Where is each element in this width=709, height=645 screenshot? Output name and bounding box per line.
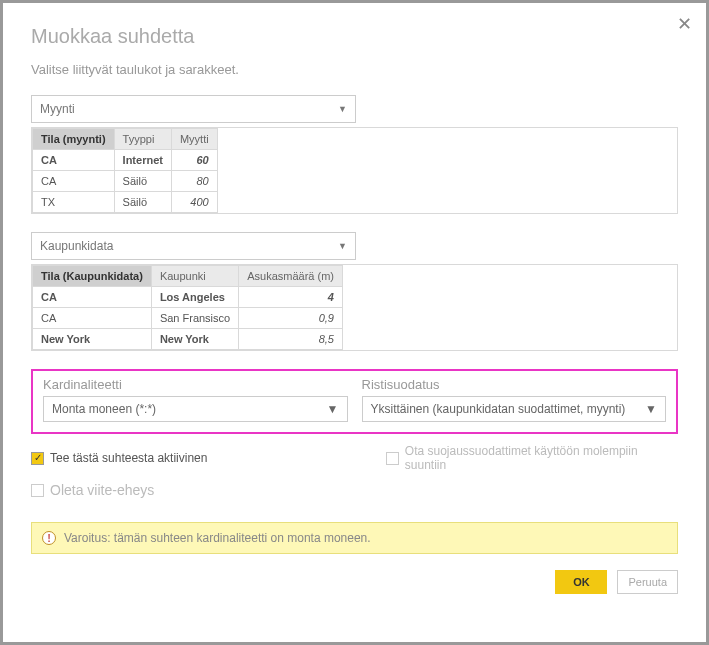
table1-col2[interactable]: Myytti — [171, 129, 217, 150]
chevron-down-icon: ▼ — [338, 241, 347, 251]
chevron-down-icon: ▼ — [327, 402, 339, 416]
table-header-row: Tila (Kaupunkidata) Kaupunki Asukasmäärä… — [33, 266, 343, 287]
active-relationship-checkbox[interactable]: Tee tästä suhteesta aktiivinen — [31, 444, 386, 472]
security-filter-checkbox: Ota suojaussuodattimet käyttöön molempii… — [386, 444, 678, 472]
table1-dropdown-value: Myynti — [40, 102, 75, 116]
table2-preview: Tila (Kaupunkidata) Kaupunki Asukasmäärä… — [31, 264, 678, 351]
table2-dropdown[interactable]: Kaupunkidata ▼ — [31, 232, 356, 260]
table-row: CA San Fransisco 0,9 — [33, 308, 343, 329]
table1-grid: Tila (myynti) Tyyppi Myytti CA Internet … — [32, 128, 218, 213]
chevron-down-icon: ▼ — [338, 104, 347, 114]
ok-button[interactable]: OK — [555, 570, 607, 594]
crossfilter-value: Yksittäinen (kaupunkidatan suodattimet, … — [371, 402, 626, 416]
table2-grid: Tila (Kaupunkidata) Kaupunki Asukasmäärä… — [32, 265, 343, 350]
table2-col1[interactable]: Kaupunki — [151, 266, 238, 287]
table-row: CA Los Angeles 4 — [33, 287, 343, 308]
table1-col1[interactable]: Tyyppi — [114, 129, 171, 150]
crossfilter-label: Ristisuodatus — [362, 377, 667, 392]
checkbox-icon — [386, 452, 399, 465]
table-row: CA Säilö 80 — [33, 171, 218, 192]
checkbox-icon — [31, 452, 44, 465]
cancel-button[interactable]: Peruuta — [617, 570, 678, 594]
dialog-buttons: OK Peruuta — [31, 570, 678, 594]
referential-integrity-label: Oleta viite-eheys — [50, 482, 154, 498]
cardinality-crossfilter-group: Kardinaliteetti Monta moneen (*:*) ▼ Ris… — [31, 369, 678, 434]
dialog-title: Muokkaa suhdetta — [31, 25, 678, 48]
table-row: New York New York 8,5 — [33, 329, 343, 350]
edit-relationship-dialog: Muokkaa suhdetta Valitse liittyvät taulu… — [3, 3, 706, 614]
close-icon[interactable]: ✕ — [677, 13, 692, 35]
table1-col0[interactable]: Tila (myynti) — [33, 129, 115, 150]
warning-banner: ! Varoitus: tämän suhteen kardinaliteett… — [31, 522, 678, 554]
cardinality-value: Monta moneen (*:*) — [52, 402, 156, 416]
table-row: TX Säilö 400 — [33, 192, 218, 213]
table2-col2[interactable]: Asukasmäärä (m) — [239, 266, 343, 287]
table1-dropdown[interactable]: Myynti ▼ — [31, 95, 356, 123]
table2-dropdown-value: Kaupunkidata — [40, 239, 113, 253]
cardinality-dropdown[interactable]: Monta moneen (*:*) ▼ — [43, 396, 348, 422]
referential-integrity-checkbox: Oleta viite-eheys — [31, 482, 154, 498]
table2-col0[interactable]: Tila (Kaupunkidata) — [33, 266, 152, 287]
table-row: CA Internet 60 — [33, 150, 218, 171]
warning-icon: ! — [42, 531, 56, 545]
active-relationship-label: Tee tästä suhteesta aktiivinen — [50, 451, 207, 465]
chevron-down-icon: ▼ — [645, 402, 657, 416]
cardinality-label: Kardinaliteetti — [43, 377, 348, 392]
crossfilter-dropdown[interactable]: Yksittäinen (kaupunkidatan suodattimet, … — [362, 396, 667, 422]
checkbox-icon — [31, 484, 44, 497]
security-filter-label: Ota suojaussuodattimet käyttöön molempii… — [405, 444, 678, 472]
table1-preview: Tila (myynti) Tyyppi Myytti CA Internet … — [31, 127, 678, 214]
table-header-row: Tila (myynti) Tyyppi Myytti — [33, 129, 218, 150]
warning-text: Varoitus: tämän suhteen kardinaliteetti … — [64, 531, 371, 545]
dialog-subtitle: Valitse liittyvät taulukot ja sarakkeet. — [31, 62, 678, 77]
